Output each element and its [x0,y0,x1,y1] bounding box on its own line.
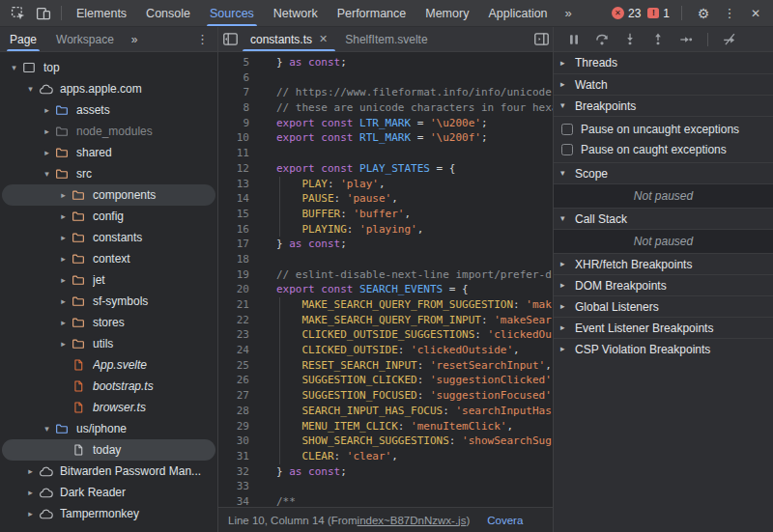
line-number-32[interactable]: 32 [218,464,267,480]
section-global-listeners[interactable]: ▸Global Listeners [554,295,773,317]
step-into-icon[interactable] [622,32,638,47]
line-number-26[interactable]: 26 [218,373,267,388]
tree-item-apps-apple-com[interactable]: ▾apps.apple.com [2,78,215,99]
section-dom-breakpoints[interactable]: ▸DOM Breakpoints [554,274,773,295]
line-number-11[interactable]: 11 [218,146,267,161]
section-csp-violation-breakpoints[interactable]: ▸CSP Violation Breakpoints [554,338,773,359]
code-editor[interactable]: 5} as const;67// https://www.fileformat.… [218,52,553,507]
sourcemap-origin-link[interactable]: index~B87DnNzwx-.js [358,515,467,526]
checkbox-row-pause-on-uncaught-exceptions[interactable]: Pause on uncaught exceptions [554,119,773,139]
line-number-8[interactable]: 8 [218,100,267,116]
issue-count-badge[interactable]: ! 1 [647,7,670,20]
tree-item-context[interactable]: ▸context [2,248,215,269]
tab-sources[interactable]: Sources [200,0,264,26]
line-number-27[interactable]: 27 [218,388,267,404]
tree-item-top[interactable]: ▾top [2,57,215,78]
file-tab-constants-ts[interactable]: constants.ts✕ [242,27,336,51]
line-number-28[interactable]: 28 [218,404,267,419]
tree-item-constants[interactable]: ▸constants [2,227,215,248]
line-number-20[interactable]: 20 [218,282,267,297]
settings-gear-icon[interactable]: ⚙ [694,3,713,24]
tree-item-utils[interactable]: ▸utils [2,333,215,354]
line-number-5[interactable]: 5 [218,55,267,70]
section-breakpoints[interactable]: ▾Breakpoints [554,95,773,116]
line-number-34[interactable]: 34 [218,494,267,507]
more-navigator-tabs-icon[interactable]: » [124,33,147,46]
tree-item-jet[interactable]: ▸jet [2,269,215,291]
step-over-icon[interactable] [594,32,610,47]
tree-item-bootstrap-ts[interactable]: bootstrap.ts [2,376,215,397]
inspect-element-icon[interactable] [6,2,31,25]
checkbox-row-pause-on-caught-exceptions[interactable]: Pause on caught exceptions [554,139,773,159]
close-devtools-icon[interactable]: ✕ [746,3,765,24]
tree-item-shared[interactable]: ▸shared [2,142,215,163]
error-count-badge[interactable]: ✕ 23 [612,7,641,20]
tree-item-config[interactable]: ▸config [2,206,215,227]
navigator-tab-page[interactable]: Page [0,27,46,51]
tab-elements[interactable]: Elements [67,0,136,26]
line-number-13[interactable]: 13 [218,177,267,192]
tab-memory[interactable]: Memory [415,0,478,26]
close-tab-icon[interactable]: ✕ [319,33,328,45]
checkbox-pause-on-uncaught-exceptions[interactable] [561,124,573,135]
line-number-9[interactable]: 9 [218,116,267,131]
device-toolbar-icon[interactable] [31,2,56,25]
line-number-24[interactable]: 24 [218,343,267,358]
line-number-25[interactable]: 25 [218,358,267,374]
more-options-icon[interactable]: ⋮ [720,3,739,24]
navigator-menu-icon[interactable]: ⋮ [187,32,217,46]
section-call-stack[interactable]: ▾Call Stack [554,208,773,229]
tree-item-assets[interactable]: ▸assets [2,99,215,121]
section-watch[interactable]: ▸Watch [554,73,773,95]
section-xhr-fetch-breakpoints[interactable]: ▸XHR/fetch Breakpoints [554,253,773,274]
line-number-17[interactable]: 17 [218,237,267,252]
section-threads[interactable]: ▸Threads [554,52,773,73]
section-event-listener-breakpoints[interactable]: ▸Event Listener Breakpoints [554,317,773,338]
tree-item-sf-symbols[interactable]: ▸sf-symbols [2,291,215,312]
step-icon[interactable] [678,32,694,47]
tab-network[interactable]: Network [264,0,328,26]
tab-application[interactable]: Application [478,0,557,26]
line-number-33[interactable]: 33 [218,479,267,494]
tree-item-tampermonkey[interactable]: ▸Tampermonkey [2,503,215,524]
pause-icon[interactable] [566,32,582,47]
tree-item-today[interactable]: today [2,439,215,461]
step-out-icon[interactable] [650,32,666,47]
line-number-12[interactable]: 12 [218,161,267,177]
toggle-navigator-icon[interactable] [218,27,242,51]
tree-item-bitwarden-password-man[interactable]: ▸Bitwarden Password Man... [2,461,215,482]
line-number-23[interactable]: 23 [218,327,267,343]
code-line-content: } as const; [267,55,553,70]
tree-item-components[interactable]: ▸components [2,184,215,206]
line-number-6[interactable]: 6 [218,70,267,86]
file-tab-shelfitem-svelte[interactable]: ShelfItem.svelte [336,27,436,51]
toggle-debugger-sidebar-icon[interactable] [530,27,553,51]
more-panels-icon[interactable]: » [558,6,581,20]
line-number-7[interactable]: 7 [218,85,267,100]
line-number-30[interactable]: 30 [218,434,267,449]
tree-item-app-svelte[interactable]: App.svelte [2,354,215,376]
tree-item-stores[interactable]: ▸stores [2,312,215,333]
section-scope[interactable]: ▾Scope [554,162,773,183]
line-number-16[interactable]: 16 [218,222,267,238]
line-number-15[interactable]: 15 [218,207,267,222]
line-number-21[interactable]: 21 [218,297,267,313]
line-number-14[interactable]: 14 [218,191,267,207]
line-number-31[interactable]: 31 [218,449,267,464]
navigator-tab-workspace[interactable]: Workspace [46,27,124,51]
tree-item-node-modules[interactable]: ▸node_modules [2,121,215,142]
tree-item-src[interactable]: ▾src [2,163,215,184]
tree-item-dark-reader[interactable]: ▸Dark Reader [2,482,215,503]
coverage-link[interactable]: Covera [487,515,523,526]
line-number-19[interactable]: 19 [218,267,267,283]
line-number-18[interactable]: 18 [218,252,267,267]
tree-item-browser-ts[interactable]: browser.ts [2,397,215,418]
deactivate-breakpoints-icon[interactable] [722,32,737,47]
line-number-29[interactable]: 29 [218,419,267,434]
line-number-10[interactable]: 10 [218,130,267,146]
line-number-22[interactable]: 22 [218,313,267,328]
tab-performance[interactable]: Performance [328,0,416,26]
tab-console[interactable]: Console [136,0,200,26]
tree-item-us-iphone[interactable]: ▾us/iphone [2,418,215,439]
checkbox-pause-on-caught-exceptions[interactable] [561,144,573,155]
